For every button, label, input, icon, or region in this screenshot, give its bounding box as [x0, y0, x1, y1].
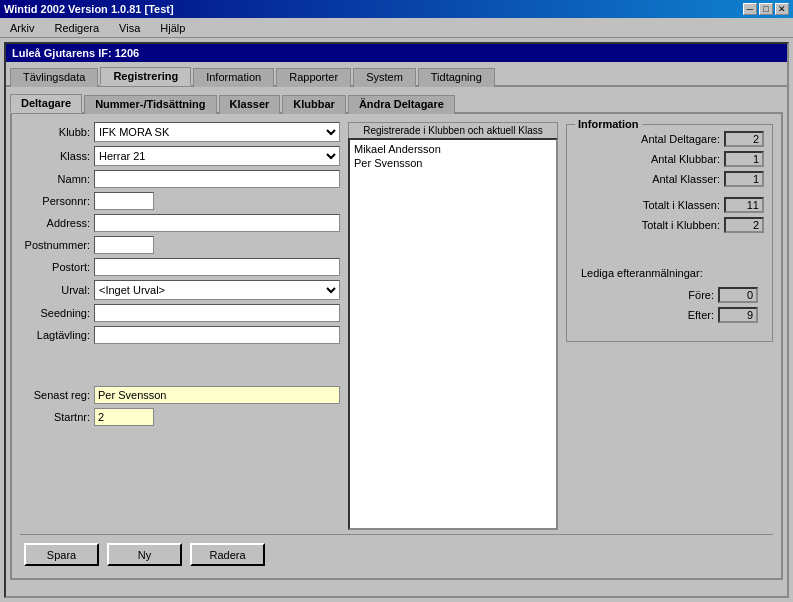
left-form: Klubb: IFK MORA SK Klass: Herrar 21 — [20, 122, 340, 530]
subtab-klubbar[interactable]: Klubbar — [282, 95, 346, 114]
top-tabs: Tävlingsdata Registrering Information Ra… — [6, 62, 787, 87]
window-content: Luleå Gjutarens IF: 1206 Tävlingsdata Re… — [4, 42, 789, 598]
registered-list[interactable]: Mikael Andersson Per Svensson — [348, 138, 558, 530]
namn-label: Namn: — [20, 173, 90, 185]
tab-registrering[interactable]: Registrering — [100, 67, 191, 86]
efter-row: Efter: 9 — [581, 307, 758, 323]
urval-label: Urval: — [20, 284, 90, 296]
klass-label: Klass: — [20, 150, 90, 162]
senast-reg-label: Senast reg: — [20, 389, 90, 401]
window-title-bar: Luleå Gjutarens IF: 1206 — [6, 44, 787, 62]
seedning-input[interactable] — [94, 304, 340, 322]
fore-label: Före: — [688, 289, 714, 301]
postort-row: Postort: — [20, 258, 340, 276]
subtab-deltagare[interactable]: Deltagare — [10, 94, 82, 113]
namn-row: Namn: — [20, 170, 340, 188]
antal-klubbar-row: Antal Klubbar: 1 — [575, 151, 764, 167]
subtab-andra-deltagare[interactable]: Ändra Deltagare — [348, 95, 455, 114]
urval-select[interactable]: <Inget Urval> — [94, 280, 340, 300]
postort-label: Postort: — [20, 261, 90, 273]
klubb-select[interactable]: IFK MORA SK — [94, 122, 340, 142]
title-bar-buttons: ─ □ ✕ — [743, 3, 789, 15]
competition-title: Luleå Gjutarens IF: 1206 — [12, 47, 139, 59]
antal-klasser-value: 1 — [724, 171, 764, 187]
postnummer-label: Postnummer: — [20, 239, 90, 251]
urval-row: Urval: <Inget Urval> — [20, 280, 340, 300]
klubb-label: Klubb: — [20, 126, 90, 138]
antal-klasser-row: Antal Klasser: 1 — [575, 171, 764, 187]
title-bar: Wintid 2002 Version 1.0.81 [Test] ─ □ ✕ — [0, 0, 793, 18]
senast-reg-input[interactable] — [94, 386, 340, 404]
klass-select[interactable]: Herrar 21 — [94, 146, 340, 166]
address-input[interactable] — [94, 214, 340, 232]
close-button[interactable]: ✕ — [775, 3, 789, 15]
antal-klubbar-label: Antal Klubbar: — [651, 153, 720, 165]
address-label: Address: — [20, 217, 90, 229]
klubb-row: Klubb: IFK MORA SK — [20, 122, 340, 142]
menu-hjalp[interactable]: Hjälp — [154, 20, 191, 36]
right-panel: Information Antal Deltagare: 2 Antal Klu… — [566, 122, 773, 530]
antal-deltagare-value: 2 — [724, 131, 764, 147]
startnr-label: Startnr: — [20, 411, 90, 423]
tab-tidtagning[interactable]: Tidtagning — [418, 68, 495, 87]
tab-rapporter[interactable]: Rapporter — [276, 68, 351, 87]
postnummer-row: Postnummer: — [20, 236, 340, 254]
antal-deltagare-row: Antal Deltagare: 2 — [575, 131, 764, 147]
main-content: Klubb: IFK MORA SK Klass: Herrar 21 — [20, 122, 773, 530]
personnr-label: Personnr: — [20, 195, 90, 207]
info-groupbox-title: Information — [575, 118, 642, 130]
panel-area: Klubb: IFK MORA SK Klass: Herrar 21 — [10, 112, 783, 580]
startnr-input[interactable] — [94, 408, 154, 426]
info-groupbox: Information Antal Deltagare: 2 Antal Klu… — [566, 124, 773, 342]
menu-redigera[interactable]: Redigera — [48, 20, 105, 36]
ny-button[interactable]: Ny — [107, 543, 182, 566]
lagtavling-label: Lagtävling: — [20, 329, 90, 341]
lagtavling-row: Lagtävling: — [20, 326, 340, 344]
antal-klasser-label: Antal Klasser: — [652, 173, 720, 185]
klass-row: Klass: Herrar 21 — [20, 146, 340, 166]
postnummer-input[interactable] — [94, 236, 154, 254]
sub-tabs: Deltagare Nummer-/Tidsättning Klasser Kl… — [10, 91, 783, 112]
tab-system[interactable]: System — [353, 68, 416, 87]
namn-input[interactable] — [94, 170, 340, 188]
totalt-klubben-value: 2 — [724, 217, 764, 233]
menu-bar: Arkiv Redigera Visa Hjälp — [0, 18, 793, 38]
antal-deltagare-label: Antal Deltagare: — [641, 133, 720, 145]
spara-button[interactable]: Spara — [24, 543, 99, 566]
content-area: Deltagare Nummer-/Tidsättning Klasser Kl… — [6, 87, 787, 584]
subtab-klasser[interactable]: Klasser — [219, 95, 281, 114]
startnr-row: Startnr: — [20, 408, 340, 426]
lagtavling-input[interactable] — [94, 326, 340, 344]
totalt-klassen-value: 11 — [724, 197, 764, 213]
bottom-bar: Spara Ny Radera — [20, 534, 773, 570]
personnr-input[interactable] — [94, 192, 154, 210]
totalt-klassen-row: Totalt i Klassen: 11 — [575, 197, 764, 213]
menu-arkiv[interactable]: Arkiv — [4, 20, 40, 36]
totalt-klubben-row: Totalt i Klubben: 2 — [575, 217, 764, 233]
maximize-button[interactable]: □ — [759, 3, 773, 15]
fore-value: 0 — [718, 287, 758, 303]
list-item[interactable]: Mikael Andersson — [352, 142, 554, 156]
fore-row: Före: 0 — [581, 287, 758, 303]
postort-input[interactable] — [94, 258, 340, 276]
radera-button[interactable]: Radera — [190, 543, 265, 566]
seedning-label: Seedning: — [20, 307, 90, 319]
efter-value: 9 — [718, 307, 758, 323]
middle-panel: Registrerade i Klubben och aktuell Klass… — [348, 122, 558, 530]
lediga-label: Lediga efteranmälningar: — [581, 267, 758, 279]
efter-label: Efter: — [688, 309, 714, 321]
senast-reg-row: Senast reg: — [20, 386, 340, 404]
list-title: Registrerade i Klubben och aktuell Klass — [348, 122, 558, 138]
seedning-row: Seedning: — [20, 304, 340, 322]
late-reg-section: Lediga efteranmälningar: Före: 0 Efter: … — [575, 261, 764, 333]
subtab-nummertidsattning[interactable]: Nummer-/Tidsättning — [84, 95, 216, 114]
totalt-klubben-label: Totalt i Klubben: — [642, 219, 720, 231]
menu-visa[interactable]: Visa — [113, 20, 146, 36]
personnr-row: Personnr: — [20, 192, 340, 210]
list-item[interactable]: Per Svensson — [352, 156, 554, 170]
minimize-button[interactable]: ─ — [743, 3, 757, 15]
totalt-klassen-label: Totalt i Klassen: — [643, 199, 720, 211]
antal-klubbar-value: 1 — [724, 151, 764, 167]
tab-tavlingsdata[interactable]: Tävlingsdata — [10, 68, 98, 87]
tab-information[interactable]: Information — [193, 68, 274, 87]
